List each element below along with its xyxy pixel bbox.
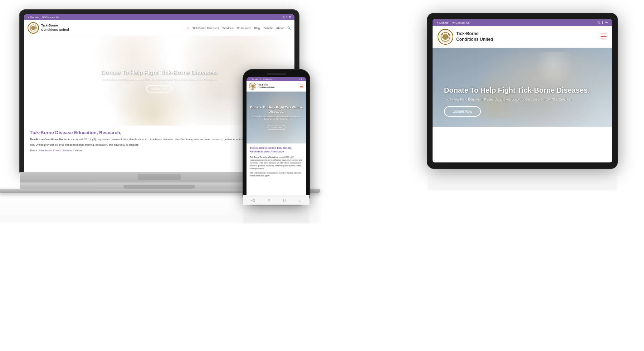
phone-screen: ♥ Donate ✉ Contact Us 𝕏 f in — [247, 77, 306, 200]
tablet-donate-button[interactable]: Donate Now — [444, 106, 481, 117]
phone-notch — [267, 73, 286, 75]
tablet-header: Tick-Borne Conditions United ☰ — [433, 26, 612, 48]
tablet-twitter-icon[interactable]: 𝕏 — [597, 21, 600, 25]
phone-hamburger-icon[interactable]: ☰ — [299, 84, 304, 89]
phone-content-intro: Tick-Borne Conditions United is a nonpro… — [250, 156, 303, 170]
tablet-tick-svg — [440, 32, 450, 42]
svg-line-5 — [35, 26, 36, 27]
laptop-org-name: Tick-Borne Conditions United — [30, 138, 68, 141]
phone-outer: ♥ Donate ✉ Contact Us 𝕏 f in — [243, 70, 309, 205]
tablet-hero: Donate To Help Fight Tick-Borne Diseases… — [433, 48, 612, 127]
laptop-other-link[interactable]: other, lesser known diseases — [38, 149, 72, 152]
laptop-contact-link[interactable]: ✉ Contact Us — [42, 16, 60, 19]
tablet-logo-text: Tick-Borne Conditions United — [456, 31, 493, 42]
svg-line-2 — [31, 26, 32, 27]
svg-line-10 — [442, 34, 443, 35]
phone-heart-icon: ♥ — [249, 78, 250, 80]
laptop-nav: Tick-Borne Conditions United ⌂ Tick-Born… — [24, 20, 294, 36]
tablet-topbar-links: ♥ Donate ✉ Contact Us — [437, 21, 470, 24]
tablet-reflection — [428, 169, 617, 190]
phone-topbar: ♥ Donate ✉ Contact Us 𝕏 f in — [247, 77, 306, 81]
tablet-heart-icon: ♥ — [437, 21, 439, 24]
tablet-linkedin-icon[interactable]: in — [605, 21, 608, 25]
laptop-topbar: ♥ Donate ✉ Contact Us 𝕏 f in — [24, 14, 294, 20]
phone-linkedin-icon[interactable]: in — [303, 78, 304, 80]
tablet-outer: ♥ Donate ✉ Contact Us 𝕏 f in — [428, 14, 617, 168]
phone-content: Tick-Borne Disease Education, Research, … — [247, 143, 306, 180]
phone-hero: Donate To Help Fight Tick-Borne Diseases… — [247, 92, 306, 143]
phone-body-text: TBC United provides science-based resear… — [250, 171, 303, 177]
phone-tick-svg — [250, 84, 255, 89]
tablet-facebook-icon[interactable]: f — [602, 21, 603, 25]
laptop-donate-link[interactable]: ♥ Donate — [28, 16, 39, 19]
tablet-social-icons: 𝕏 f in — [597, 21, 608, 25]
svg-point-1 — [31, 26, 35, 30]
phone-square-icon[interactable]: □ — [283, 198, 286, 200]
phone-device: ♥ Donate ✉ Contact Us 𝕏 f in — [243, 70, 309, 223]
phone-content-heading: Tick-Borne Disease Education, Research, … — [250, 146, 303, 154]
phone-contact-link[interactable]: Contact Us — [263, 78, 272, 80]
tablet-device: ♥ Donate ✉ Contact Us 𝕏 f in — [428, 14, 617, 190]
phone-twitter-icon[interactable]: 𝕏 — [299, 78, 300, 80]
linkedin-icon[interactable]: in — [289, 15, 291, 19]
tablet-mail-icon: ✉ — [452, 21, 455, 24]
nav-about[interactable]: About — [276, 26, 284, 30]
phone-logo-circle — [249, 83, 256, 90]
phone-logo-text: Tick-Borne Conditions United — [258, 84, 274, 89]
tablet-donate-link[interactable]: ♥ Donate — [437, 21, 449, 24]
nav-tick-diseases[interactable]: Tick-Borne Diseases — [192, 26, 219, 30]
svg-line-13 — [448, 34, 449, 35]
laptop-nav-links: ⌂ Tick-Borne Diseases Services Resources… — [187, 26, 291, 30]
tick-logo-svg — [30, 24, 37, 31]
laptop-hero-heading: Donate To Help Fight Tick-Borne Diseases… — [51, 69, 268, 76]
phone-home-circle-icon[interactable]: ○ — [268, 198, 270, 200]
nav-services[interactable]: Services — [222, 26, 233, 30]
laptop-topbar-left: ♥ Donate ✉ Contact Us — [28, 16, 59, 19]
scene: ♥ Donate ✉ Contact Us 𝕏 f in — [0, 0, 644, 351]
svg-line-21 — [254, 85, 254, 86]
tablet-contact-link[interactable]: ✉ Contact Us — [452, 21, 470, 24]
phone-mail-icon: ✉ — [260, 78, 261, 80]
tablet-hamburger-icon[interactable]: ☰ — [600, 33, 607, 41]
laptop-hero-subheading: You'll Help Fund Education, Research, an… — [51, 78, 268, 81]
phone-back-icon[interactable]: ◁ — [251, 198, 254, 200]
laptop-logo: Tick-Borne Conditions United — [28, 22, 69, 34]
nav-search-icon[interactable]: 🔍 — [287, 26, 291, 30]
tablet-hero-heading: Donate To Help Fight Tick-Borne Diseases… — [444, 86, 590, 95]
laptop-donate-button[interactable]: Donate Now — [146, 85, 172, 93]
phone-hero-subheading: You'll Help Fund Education, Research, an… — [250, 116, 303, 121]
tablet-logo: Tick-Borne Conditions United — [438, 29, 493, 45]
laptop-intro-text: is a nonprofit 501 (c)(3) corporation de… — [68, 138, 269, 141]
laptop-touchpad[interactable] — [138, 174, 181, 180]
phone-reflection — [243, 205, 309, 223]
tablet-screen: ♥ Donate ✉ Contact Us 𝕏 f in — [433, 19, 612, 162]
tablet-hero-subheading: You'll Help Fund Education, Research, an… — [444, 98, 590, 101]
tablet-logo-circle — [438, 29, 453, 45]
phone-facebook-icon[interactable]: f — [301, 78, 302, 80]
laptop-logo-text: Tick-Borne Conditions United — [41, 24, 69, 32]
phone-hero-heading: Donate To Help Fight Tick-Borne Diseases… — [250, 105, 303, 114]
svg-point-9 — [443, 34, 448, 40]
twitter-icon[interactable]: 𝕏 — [282, 15, 285, 19]
tablet-hero-content: Donate To Help Fight Tick-Borne Diseases… — [444, 86, 590, 117]
phone-donate-button[interactable]: Donate Now — [267, 125, 285, 130]
nav-donate[interactable]: Donate — [263, 26, 273, 30]
phone-social-icons: 𝕏 f in — [299, 78, 304, 80]
tablet-topbar: ♥ Donate ✉ Contact Us 𝕏 f in — [433, 19, 612, 26]
nav-resources[interactable]: Resources — [237, 26, 250, 30]
nav-blog[interactable]: Blog — [254, 26, 260, 30]
laptop-hero-content: Donate To Help Fight Tick-Borne Diseases… — [51, 69, 268, 93]
nav-home-icon[interactable]: ⌂ — [187, 26, 189, 30]
phone-header: Tick-Borne Conditions United ☰ — [247, 81, 306, 92]
heart-icon: ♥ — [28, 16, 29, 19]
laptop-social-icons: 𝕏 f in — [282, 15, 291, 19]
facebook-icon[interactable]: f — [286, 15, 287, 19]
svg-line-18 — [251, 85, 252, 86]
phone-search-bottom-icon[interactable]: ⌕ — [299, 198, 302, 200]
phone-logo: Tick-Borne Conditions United — [249, 83, 274, 90]
phone-donate-link[interactable]: Donate — [252, 78, 258, 80]
laptop-logo-circle — [28, 22, 39, 34]
phone-org-name: Tick-Borne Conditions United — [250, 156, 275, 158]
mail-icon: ✉ — [42, 16, 45, 19]
phone-hero-content: Donate To Help Fight Tick-Borne Diseases… — [250, 105, 303, 130]
